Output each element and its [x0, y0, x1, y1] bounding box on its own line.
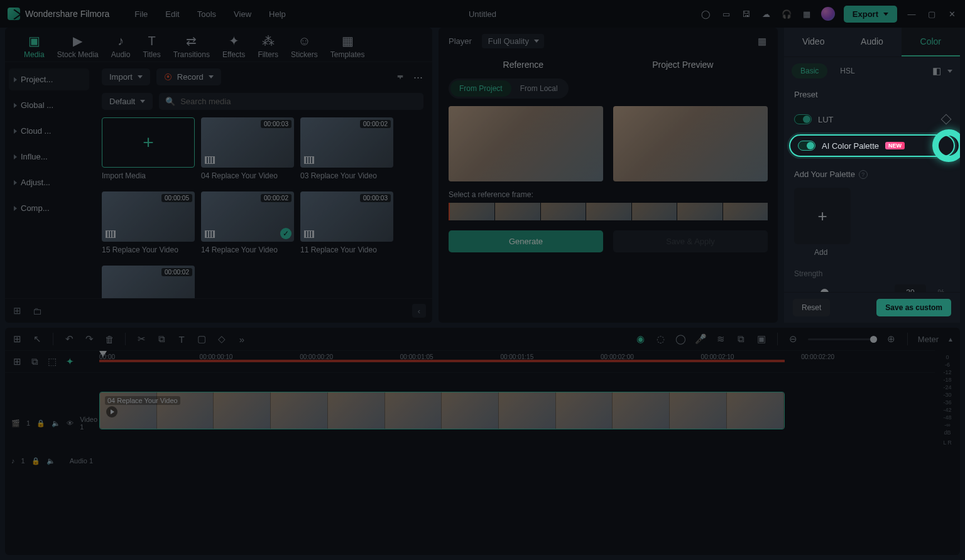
quality-select[interactable]: Full Quality	[482, 34, 544, 48]
sidebar-item-influe[interactable]: Influe...	[9, 146, 89, 168]
eye-icon[interactable]: 👁	[67, 419, 74, 427]
generate-button[interactable]: Generate	[449, 230, 603, 252]
tab-media[interactable]: ▣Media	[24, 34, 45, 59]
import-media-tile[interactable]: +Import Media	[102, 117, 195, 180]
strength-value[interactable]: 30	[895, 284, 926, 292]
more-icon[interactable]: ⋯	[412, 72, 423, 83]
meter-label[interactable]: Meter	[918, 335, 939, 344]
lut-toggle[interactable]	[794, 114, 812, 124]
undo-icon[interactable]: ↶	[63, 333, 75, 345]
maximize-icon[interactable]: ▢	[926, 8, 937, 19]
sidebar-item-comp[interactable]: Comp...	[9, 197, 89, 219]
default-dropdown[interactable]: Default	[102, 93, 153, 110]
audio-track-head[interactable]: ♪1 🔒 🔈 Audio 1	[5, 442, 99, 480]
timeline-track-area[interactable]: 04 Replace Your Video	[99, 373, 935, 555]
audio-icon[interactable]: ≋	[716, 333, 727, 345]
save-icon[interactable]: 🖫	[741, 8, 752, 19]
save-apply-button[interactable]: Save & Apply	[613, 230, 768, 252]
video-track-head[interactable]: 🎬1 🔒 🔈 👁 Video 1	[5, 404, 99, 442]
tab-effects[interactable]: ✦Effects	[222, 34, 245, 59]
tab-stickers[interactable]: ☺Stickers	[291, 34, 318, 59]
zoom-slider[interactable]	[808, 338, 877, 340]
pip-icon[interactable]: ⧉	[736, 333, 747, 345]
collapse-icon[interactable]: ‹	[412, 304, 426, 318]
export-button[interactable]: Export	[844, 6, 897, 23]
reference-preview[interactable]	[449, 106, 603, 181]
add-icon[interactable]: ⊞	[11, 333, 23, 345]
save-as-custom-button[interactable]: Save as custom	[876, 299, 951, 316]
crop-icon[interactable]: ⧉	[156, 333, 167, 345]
tab-transitions[interactable]: ⇄Transitions	[173, 34, 210, 59]
mute-icon[interactable]: 🔈	[52, 419, 60, 428]
help-icon[interactable]: ?	[859, 170, 868, 179]
sidebar-item-cloud[interactable]: Cloud ...	[9, 120, 89, 142]
chevron-down-icon[interactable]	[947, 70, 952, 73]
magnet-icon[interactable]: ✦	[64, 356, 75, 367]
subtab-basic[interactable]: Basic	[792, 63, 827, 78]
tab-audio[interactable]: ♪Audio	[111, 34, 131, 59]
timeline-clip[interactable]: 04 Replace Your Video	[99, 392, 785, 429]
cloud-icon[interactable]: ☁	[761, 8, 772, 19]
frame-icon[interactable]: ▢	[196, 333, 207, 345]
compare-icon[interactable]: ◧	[931, 65, 942, 77]
project-preview[interactable]	[613, 106, 768, 181]
tab-audio[interactable]: Audio	[842, 28, 901, 57]
record-icon[interactable]: ◯	[701, 8, 712, 19]
tab-color[interactable]: Color	[902, 28, 960, 57]
lock-icon[interactable]: 🔒	[31, 457, 40, 465]
tab-filters[interactable]: ⁂Filters	[258, 34, 278, 59]
tab-video[interactable]: Video	[784, 28, 842, 57]
cut-icon[interactable]: ✂	[136, 333, 147, 345]
more-tools-icon[interactable]: »	[236, 333, 248, 345]
sidebar-item-project[interactable]: Project...	[9, 68, 89, 90]
add-palette-button[interactable]: +	[794, 188, 851, 244]
delete-icon[interactable]: 🗑	[104, 333, 115, 345]
ai-palette-toggle[interactable]	[798, 141, 815, 151]
media-clip[interactable]: 00:00:02	[102, 266, 195, 298]
track-add-icon[interactable]: ⊞	[11, 356, 23, 367]
redo-icon[interactable]: ↷	[84, 333, 95, 345]
mute-icon[interactable]: 🔈	[46, 457, 55, 465]
tab-stock-media[interactable]: ▶Stock Media	[57, 34, 99, 59]
lock-icon[interactable]: 🔒	[36, 419, 45, 428]
snapshot-icon[interactable]: ▣	[756, 333, 767, 345]
reference-source-toggle[interactable]: From ProjectFrom Local	[449, 78, 569, 99]
subtab-hsl[interactable]: HSL	[832, 63, 862, 78]
media-clip[interactable]: 00:00:02✓14 Replace Your Video	[201, 191, 294, 254]
person-icon[interactable]: ⬚	[46, 356, 58, 367]
reset-button[interactable]: Reset	[793, 299, 830, 316]
link-icon[interactable]: ⧉	[29, 356, 40, 367]
filter-icon[interactable]: ⫧	[395, 72, 406, 83]
media-clip[interactable]: 00:00:0304 Replace Your Video	[201, 117, 294, 180]
menu-help[interactable]: Help	[269, 9, 286, 19]
select-icon[interactable]: ↖	[31, 333, 43, 345]
zoom-out-icon[interactable]: ⊖	[788, 333, 799, 345]
shape-icon[interactable]: ◇	[216, 333, 227, 345]
user-avatar[interactable]	[821, 7, 835, 21]
text-icon[interactable]: T	[176, 333, 187, 345]
headphones-icon[interactable]: 🎧	[781, 8, 792, 19]
timeline-ruler[interactable]: 00:00 00:00:00:10 00:00:00:20 00:00:01:0…	[99, 351, 935, 372]
zoom-in-icon[interactable]: ⊕	[886, 333, 897, 345]
keyframe-icon[interactable]	[941, 114, 952, 125]
speed-icon[interactable]: ◌	[655, 333, 667, 345]
folder-icon[interactable]: 🗀	[31, 305, 43, 316]
marker-icon[interactable]: ◯	[675, 333, 687, 345]
import-dropdown[interactable]: Import	[102, 68, 150, 85]
reference-filmstrip[interactable]	[449, 203, 768, 220]
folder-add-icon[interactable]: ⊞	[11, 305, 23, 316]
menu-view[interactable]: View	[234, 9, 251, 19]
sidebar-item-global[interactable]: Global ...	[9, 94, 89, 116]
close-icon[interactable]: ✕	[946, 8, 957, 19]
menu-edit[interactable]: Edit	[165, 9, 179, 19]
menu-file[interactable]: File	[134, 9, 148, 19]
media-clip[interactable]: 00:00:0311 Replace Your Video	[300, 191, 393, 254]
media-clip[interactable]: 00:00:0515 Replace Your Video	[102, 191, 195, 254]
media-clip[interactable]: 00:00:0203 Replace Your Video	[300, 117, 393, 180]
grid-view-icon[interactable]: ▦	[756, 36, 768, 47]
mic-icon[interactable]: 🎤	[695, 333, 707, 345]
screen-icon[interactable]: ▭	[721, 8, 732, 19]
tab-templates[interactable]: ▦Templates	[330, 34, 365, 59]
search-input[interactable]: 🔍	[159, 93, 423, 110]
record-dropdown[interactable]: ⦿Record	[156, 68, 221, 85]
